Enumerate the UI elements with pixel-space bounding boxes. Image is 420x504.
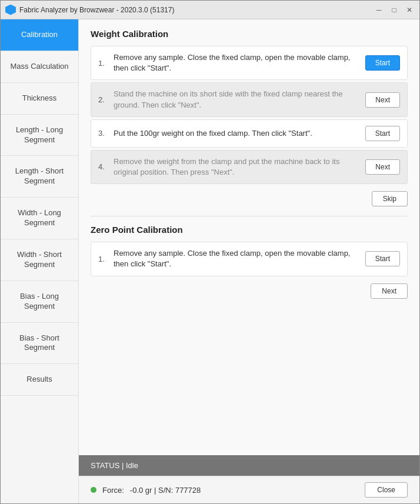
skip-button[interactable]: Skip bbox=[372, 191, 408, 206]
weight-step-text-4: Remove the weight from the clamp and put… bbox=[114, 156, 359, 178]
sidebar-item-length-long-segment[interactable]: Length - Long Segment bbox=[1, 115, 78, 156]
weight-step-text-3: Put the 100gr weight on the fixed clamp.… bbox=[114, 128, 359, 139]
minimize-button[interactable]: ─ bbox=[374, 5, 384, 15]
sidebar-item-results[interactable]: Results bbox=[1, 364, 78, 396]
status-text: STATUS | Idle bbox=[91, 461, 138, 470]
title-bar: Fabric Analyzer by Browzwear - 2020.3.0 … bbox=[1, 1, 419, 19]
app-icon bbox=[5, 5, 16, 15]
zero-calibration-steps: 1.Remove any sample. Close the fixed cla… bbox=[91, 242, 408, 276]
zero-point-calibration-section: Zero Point Calibration 1.Remove any samp… bbox=[91, 225, 408, 298]
sidebar-item-width-long-segment[interactable]: Width - Long Segment bbox=[1, 198, 78, 239]
window-title: Fabric Analyzer by Browzwear - 2020.3.0 … bbox=[19, 6, 374, 14]
footer: Force: -0.0 gr | S/N: 777728 Close bbox=[79, 476, 419, 503]
sidebar-item-thickness[interactable]: Thickness bbox=[1, 83, 78, 115]
force-value: -0.0 gr | S/N: 777728 bbox=[130, 486, 359, 495]
sidebar: CalibrationMass CalculationThicknessLeng… bbox=[1, 19, 79, 503]
weight-step-number-3: 3. bbox=[98, 129, 108, 138]
main-content: Weight Calibration 1.Remove any sample. … bbox=[79, 19, 419, 503]
weight-step-2: 2.Stand the machine on its short side wi… bbox=[91, 82, 408, 116]
force-indicator-dot bbox=[91, 487, 96, 493]
weight-step-text-2: Stand the machine on its short side with… bbox=[114, 89, 359, 110]
zero-next-button[interactable]: Next bbox=[371, 283, 408, 299]
content-area: Weight Calibration 1.Remove any sample. … bbox=[79, 19, 419, 455]
weight-step-btn-1[interactable]: Start bbox=[365, 55, 400, 71]
zero-step-1: 1.Remove any sample. Close the fixed cla… bbox=[91, 242, 408, 276]
weight-step-btn-4[interactable]: Next bbox=[365, 159, 400, 175]
maximize-button[interactable]: □ bbox=[389, 5, 399, 15]
zero-step-number-1: 1. bbox=[98, 255, 108, 263]
weight-step-btn-2[interactable]: Next bbox=[365, 92, 400, 108]
next-row: Next bbox=[91, 283, 408, 299]
force-label: Force: bbox=[102, 486, 124, 495]
status-bar: STATUS | Idle bbox=[79, 455, 419, 476]
weight-calibration-section: Weight Calibration 1.Remove any sample. … bbox=[91, 29, 408, 206]
weight-step-3: 3.Put the 100gr weight on the fixed clam… bbox=[91, 119, 408, 148]
sidebar-item-length-short-segment[interactable]: Length - Short Segment bbox=[1, 156, 78, 198]
zero-step-btn-1[interactable]: Start bbox=[365, 251, 400, 266]
window-controls: ─ □ ✕ bbox=[374, 5, 415, 15]
weight-step-text-1: Remove any sample. Close the fixed clamp… bbox=[114, 52, 359, 74]
weight-step-4: 4.Remove the weight from the clamp and p… bbox=[91, 150, 408, 184]
skip-row: Skip bbox=[91, 191, 408, 206]
weight-step-1: 1.Remove any sample. Close the fixed cla… bbox=[91, 46, 408, 80]
app-window: Fabric Analyzer by Browzwear - 2020.3.0 … bbox=[0, 0, 420, 504]
weight-calibration-steps: 1.Remove any sample. Close the fixed cla… bbox=[91, 46, 408, 184]
sidebar-item-mass-calculation[interactable]: Mass Calculation bbox=[1, 51, 78, 83]
weight-step-number-2: 2. bbox=[98, 95, 108, 104]
sidebar-item-bias-short-segment[interactable]: Bias - Short Segment bbox=[1, 323, 78, 365]
weight-step-number-4: 4. bbox=[98, 162, 108, 171]
section-divider bbox=[91, 216, 408, 216]
zero-point-calibration-title: Zero Point Calibration bbox=[91, 225, 408, 235]
close-footer-button[interactable]: Close bbox=[365, 482, 408, 498]
close-button[interactable]: ✕ bbox=[404, 5, 415, 15]
sidebar-item-bias-long-segment[interactable]: Bias - Long Segment bbox=[1, 281, 78, 323]
weight-step-number-1: 1. bbox=[98, 59, 108, 68]
weight-calibration-title: Weight Calibration bbox=[91, 29, 408, 39]
sidebar-item-calibration[interactable]: Calibration bbox=[1, 19, 78, 51]
zero-step-text-1: Remove any sample. Close the fixed clamp… bbox=[114, 248, 359, 269]
weight-step-btn-3[interactable]: Start bbox=[365, 126, 400, 141]
sidebar-item-width-short-segment[interactable]: Width - Short Segment bbox=[1, 239, 78, 281]
app-body: CalibrationMass CalculationThicknessLeng… bbox=[1, 19, 419, 503]
